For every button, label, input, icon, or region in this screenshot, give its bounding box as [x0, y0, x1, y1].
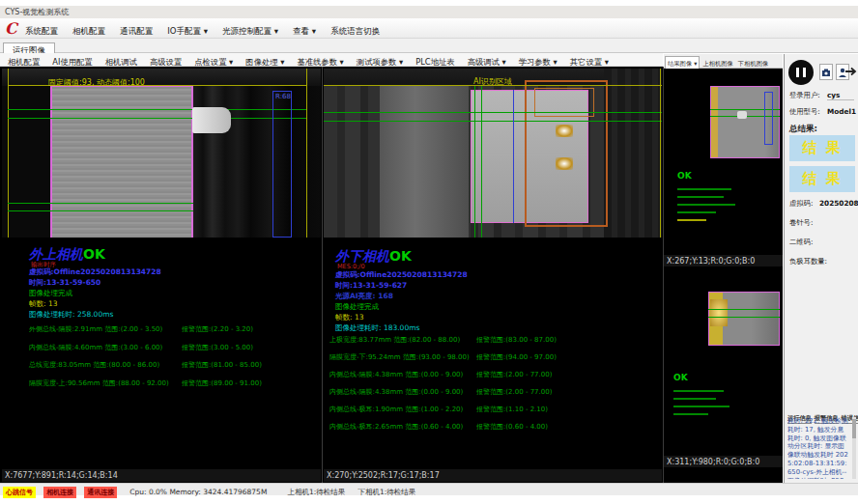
- measurement-text: 总线宽度:83.05mm 范围:(80.00 - 86.00): [29, 360, 159, 370]
- status-line: 图像处理完成: [335, 302, 379, 312]
- image-right-block: [604, 69, 662, 238]
- cpu-memory-text: Cpu: 0.0% Memory: 3424.41796875M: [129, 487, 267, 498]
- measurement-alarm: 报警范围:(94.00 - 97.00): [476, 352, 557, 362]
- blue-roi-box: [272, 91, 292, 238]
- mini-result-line: [677, 211, 716, 213]
- mini-result-line: [673, 413, 708, 415]
- menu-items: 系统配置 相机配置 通讯配置 IO手配置 ▾ 光源控制配置 ▾ 查看 ▾ 系统语…: [25, 18, 389, 39]
- pause-button[interactable]: [788, 60, 814, 85]
- main-tab-bar: 运行图像: [0, 39, 858, 53]
- outer-upper-camera-panel: R:68 固定阈值:93, 动态阈值:100 外上相机OK 输出时序 虚拟码:O…: [2, 69, 321, 469]
- measurement-alarm: 报警范围:(83.00 - 87.00): [476, 335, 557, 345]
- application-window: CYS-视觉检测系统 C 系统配置 相机配置 通讯配置 IO手配置 ▾ 光源控制…: [0, 0, 858, 504]
- exit-button[interactable]: [844, 64, 858, 80]
- clamp-blob: [192, 107, 231, 133]
- right-view-tab-bar: 结果图像 ▾上相机图像下相机图像: [664, 54, 783, 69]
- lower-camera-status: 下相机1:待检结果: [358, 487, 415, 498]
- mini-view-top[interactable]: OK: [664, 69, 783, 255]
- status-bar: 心跳信号 相机连接 通讯连接 Cpu: 0.0% Memory: 3424.41…: [0, 483, 858, 495]
- upper-camera-status: 上相机1:待检结果: [287, 487, 345, 498]
- yellow-ref-line-left: [8, 69, 9, 238]
- measurement-alarm: 报警范围:(81.00 - 85.00): [182, 360, 262, 370]
- bright-spot: [556, 125, 573, 137]
- camera-name: 外下相机: [335, 248, 389, 264]
- log-scrollbar[interactable]: [852, 417, 856, 479]
- pixel-coords-label: X:270;Y:2502;R:17;G:17;B:17: [324, 469, 662, 482]
- measurement-text: 隔膜宽度-下:95.24mm 范围:(93.00 - 98.00): [329, 352, 470, 362]
- green-vertical-line: [481, 86, 482, 238]
- mini-result-line: [673, 406, 729, 407]
- pixel-coords-label: X:7677;Y:891;R:14;G:14;B:14: [2, 469, 321, 482]
- pause-icon: [796, 68, 799, 77]
- blue-roi-box: [764, 92, 773, 145]
- frame-count-line: 帧数: 13: [335, 313, 363, 322]
- sidebar: 登录用户: cys 使用型号: Model1 总结果: 结 果 结 果 虚拟码:…: [784, 54, 858, 483]
- camera-connect-badge: 相机连接: [43, 487, 76, 498]
- toolbar: 相机配置 AI使用配置 相机调试 高级设置 点检设置 ▾ 图像处理 ▾ 基准线参…: [0, 53, 663, 67]
- bright-blob: [710, 299, 728, 326]
- exit-arrow-icon: [844, 65, 858, 78]
- camera-snapshot-button[interactable]: [819, 64, 833, 80]
- roi-value-label: R:68: [275, 93, 291, 100]
- model-value[interactable]: Model1: [827, 107, 856, 116]
- outer-lower-camera-image[interactable]: AI识别区域: [324, 69, 662, 238]
- time-line: 时间:13-31-59-650: [29, 278, 100, 288]
- elapsed-line: 图像处理耗时: 258.00ms: [29, 310, 113, 320]
- login-user-value[interactable]: cys: [827, 91, 854, 100]
- green-measure-line: [8, 118, 306, 119]
- window-titlebar: CYS-视觉检测系统: [0, 6, 858, 18]
- measurement-alarm: 报警范围:(1.10 - 2.10): [476, 405, 548, 414]
- image-light-band: [380, 86, 469, 238]
- mini-result-ok: OK: [677, 171, 692, 181]
- barcode-line: 虚拟码:Offline2025020813134728: [29, 267, 161, 277]
- measurement-alarm: 报警范围:(2.00 - 77.00): [476, 387, 552, 397]
- log-text: 耗时: 222, 触发检测耗时: 17, 触发分息耗时: 0, 触发图像联动分区…: [787, 417, 849, 479]
- result-box-lower: 结 果: [789, 166, 855, 192]
- green-vertical-line: [474, 86, 475, 238]
- measurement-text: 内侧总线-极耳:2.65mm 范围:(0.60 - 4.00): [329, 422, 463, 432]
- ai-region-label: AI识别区域: [473, 76, 512, 87]
- measurement-text: 内侧总线-隔膜:4.60mm 范围:(3.00 - 6.00): [29, 343, 162, 352]
- green-measure-line: [708, 309, 780, 310]
- log-scrollbar-thumb[interactable]: [852, 419, 856, 438]
- green-measure-line: [8, 109, 306, 110]
- mini-view-bottom[interactable]: OK: [664, 266, 783, 456]
- measurement-text: 内侧总线-隔膜:4.38mm 范围:(0.00 - 9.00): [329, 387, 463, 397]
- login-user-label: 登录用户:: [789, 91, 820, 100]
- status-line: 图像处理完成: [29, 289, 72, 298]
- mini-result-line: [673, 390, 724, 392]
- measurement-alarm: 报警范围:(89.00 - 91.00): [182, 378, 262, 388]
- light-ai-line: 光源AI亮度: 168: [335, 292, 393, 301]
- virtual-code-value: 20250208: [819, 199, 858, 208]
- bright-spot: [556, 157, 573, 170]
- outer-lower-camera-panel: AI识别区域 外下相机OK MES:0;/0 虚拟码:Offline202502…: [324, 69, 662, 469]
- mini-result-line: [673, 398, 716, 400]
- outer-upper-camera-image[interactable]: R:68 固定阈值:93, 动态阈值:100: [2, 69, 321, 238]
- camera-icon: [821, 67, 831, 79]
- app-logo-icon: C: [5, 19, 17, 38]
- result-box-upper: 结 果: [789, 135, 855, 161]
- yellow-ref-line-right: [306, 69, 307, 238]
- measurement-text: 隔膜宽度-上:90.56mm 范围:(88.00 - 92.00): [29, 378, 169, 388]
- threshold-overlay-text: 固定阈值:93, 动态阈值:100: [48, 77, 145, 88]
- mini-result-ok: OK: [673, 373, 688, 382]
- comm-connect-badge: 通讯连接: [84, 487, 117, 498]
- green-measure-line: [324, 112, 662, 113]
- heartbeat-status-badge: 心跳信号: [3, 487, 36, 498]
- measurement-alarm: 报警范围:(3.00 - 5.00): [182, 343, 253, 352]
- winding-needle-label: 卷针号:: [789, 218, 813, 228]
- green-measure-line: [324, 121, 662, 122]
- green-measure-line: [8, 203, 193, 204]
- total-result-label: 总结果:: [789, 124, 817, 135]
- frame-count-line: 帧数: 13: [29, 299, 57, 309]
- virtual-code-label: 虚拟码:: [789, 199, 813, 209]
- camera-name: 外上相机: [29, 246, 83, 262]
- mini-result-line: [677, 188, 731, 190]
- pause-icon: [803, 68, 806, 77]
- mini-result-line: [677, 196, 724, 198]
- barcode-line: 虚拟码:Offline2025020813134728: [335, 270, 468, 280]
- mes-line: MES:0;/0: [337, 263, 365, 270]
- measurement-alarm: 报警范围:(0.60 - 4.00): [476, 422, 548, 432]
- neg-tab-count-label: 负极耳数量:: [789, 257, 827, 266]
- measurement-alarm: 报警范围:(2.20 - 3.20): [182, 324, 253, 334]
